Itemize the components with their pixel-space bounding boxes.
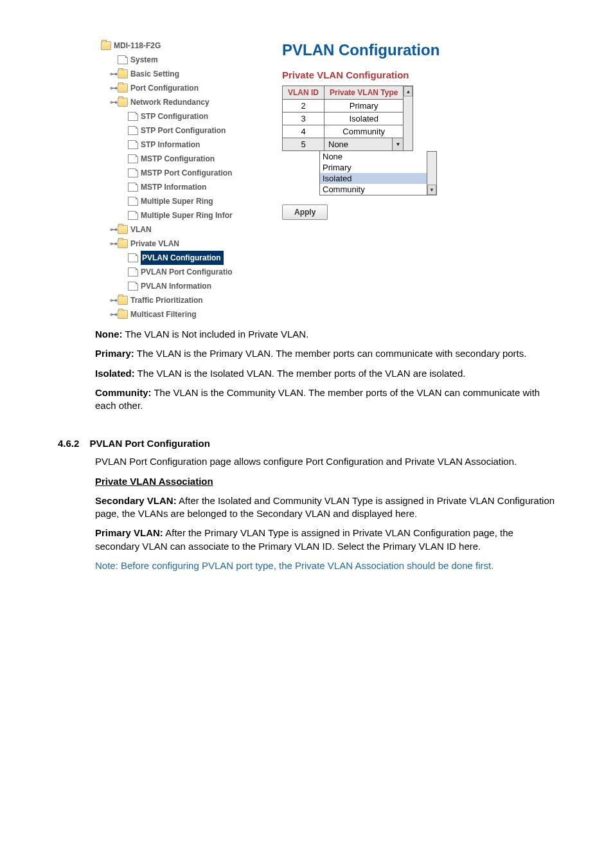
toggle-icon[interactable]: ⊶	[110, 296, 118, 305]
tree-item-multicast-filtering[interactable]: ⊶Multicast Filtering	[101, 307, 274, 321]
folder-icon	[118, 98, 128, 107]
cell-vlan-type: Isolated	[324, 113, 404, 125]
term-primary: Primary:	[95, 348, 134, 359]
tree-label: VLAN	[130, 225, 152, 234]
tree-item-mstp-port-configuration[interactable]: MSTP Port Configuration	[101, 166, 274, 180]
dropdown-option[interactable]: Isolated	[320, 173, 427, 184]
cell-vlan-id: 3	[283, 113, 324, 125]
page-icon	[128, 154, 138, 163]
tree-label: STP Configuration	[141, 112, 208, 121]
tree-item-system[interactable]: System	[101, 53, 274, 67]
folder-icon	[101, 41, 111, 50]
table-row[interactable]: 3 Isolated	[283, 113, 413, 125]
tree-item-pvlan-configuration[interactable]: PVLAN Configuration	[141, 251, 224, 265]
cell-vlan-id: 4	[283, 125, 324, 138]
page-icon	[128, 211, 138, 220]
tree-item-stp-port-configuration[interactable]: STP Port Configuration	[101, 123, 274, 138]
tree-item-port-configuration[interactable]: ⊶Port Configuration	[101, 81, 274, 95]
page-title: PVLAN Configuration	[282, 41, 512, 59]
section-number: 4.6.2	[58, 438, 79, 449]
tree-item-mstp-information[interactable]: MSTP Information	[101, 180, 274, 194]
section-heading: 4.6.2 PVLAN Port Configuration	[58, 438, 555, 449]
cell-vlan-id: 5	[283, 138, 324, 151]
folder-icon	[118, 239, 128, 248]
page-icon	[128, 267, 138, 276]
page-icon	[128, 183, 138, 192]
tree-label: Multicast Filtering	[130, 310, 197, 319]
tree-root[interactable]: MDI-118-F2G	[101, 39, 274, 53]
toggle-icon[interactable]: ⊶	[110, 84, 118, 93]
tree-label: STP Port Configuration	[141, 126, 226, 135]
toggle-icon[interactable]: ⊶	[110, 239, 118, 248]
folder-icon	[118, 84, 128, 93]
table-row[interactable]: 5 None ▼	[283, 138, 413, 151]
tree-label: PVLAN Port Configuratio	[141, 267, 233, 276]
page-icon	[128, 140, 138, 149]
col-header-vlan-id: VLAN ID	[283, 86, 324, 100]
cell-vlan-type: Primary	[324, 100, 404, 113]
section-subtitle: Private VLAN Configuration	[282, 69, 512, 80]
select-value: None	[324, 138, 392, 150]
tree-item-basic-setting[interactable]: ⊶Basic Setting	[101, 67, 274, 81]
toggle-icon[interactable]: ⊶	[110, 310, 118, 319]
toggle-icon[interactable]: ⊶	[110, 225, 118, 234]
note-text: Note: Before configuring PVLAN port type…	[95, 559, 555, 572]
folder-icon	[118, 69, 128, 78]
tree-label: System	[130, 55, 158, 64]
tree-item-stp-configuration[interactable]: STP Configuration	[101, 109, 274, 123]
folder-icon	[118, 310, 128, 319]
tree-label: STP Information	[141, 140, 200, 149]
config-panel: PVLAN Configuration Private VLAN Configu…	[274, 39, 512, 321]
text-none: The VLAN is Not included in Private VLAN…	[123, 329, 309, 339]
term-none: None:	[95, 329, 123, 339]
body-text: None: The VLAN is Not included in Privat…	[58, 328, 555, 412]
table-row[interactable]: 4 Community	[283, 125, 413, 138]
tree-item-pvlan-port-configuration[interactable]: PVLAN Port Configuratio	[101, 265, 274, 279]
tree-root-label: MDI-118-F2G	[114, 41, 161, 50]
dropdown-option[interactable]: None	[320, 151, 427, 162]
tree-item-vlan[interactable]: ⊶VLAN	[101, 222, 274, 237]
tree-label: Port Configuration	[130, 84, 199, 93]
page-icon	[128, 168, 138, 177]
term-primary-vlan: Primary VLAN:	[95, 527, 163, 538]
vlan-type-dropdown[interactable]: None Primary Isolated Community	[319, 151, 427, 195]
tree-item-pvlan-information[interactable]: PVLAN Information	[101, 279, 274, 293]
tree-label: Traffic Prioritization	[130, 296, 203, 305]
dropdown-option[interactable]: Community	[320, 184, 427, 195]
dropdown-option[interactable]: Primary	[320, 162, 427, 173]
scroll-down-button[interactable]: ▼	[427, 185, 436, 195]
page-icon	[128, 197, 138, 206]
folder-icon	[118, 225, 128, 234]
tree-item-multiple-super-ring-info[interactable]: Multiple Super Ring Infor	[101, 208, 274, 222]
cell-vlan-id: 2	[283, 100, 324, 113]
section-title: PVLAN Port Configuration	[89, 438, 210, 449]
cell-vlan-type: Community	[324, 125, 404, 138]
text-isolated: The VLAN is the Isolated VLAN. The membe…	[135, 368, 466, 379]
tree-label: PVLAN Configuration	[142, 253, 221, 262]
toggle-icon[interactable]: ⊶	[110, 98, 118, 107]
toggle-icon[interactable]: ⊶	[110, 69, 118, 78]
tree-item-private-vlan[interactable]: ⊶Private VLAN	[101, 237, 274, 251]
chevron-down-icon: ▼	[392, 138, 403, 150]
tree-label: MSTP Port Configuration	[141, 168, 232, 177]
col-header-type: Private VLAN Type	[324, 86, 404, 100]
tree-item-multiple-super-ring[interactable]: Multiple Super Ring	[101, 194, 274, 208]
folder-icon	[118, 296, 128, 305]
pvlan-table: VLAN ID Private VLAN Type ▲ 2 Primary 3 …	[282, 86, 413, 151]
tree-label: Multiple Super Ring Infor	[141, 211, 233, 220]
term-isolated: Isolated:	[95, 368, 135, 379]
apply-button[interactable]: Apply	[282, 204, 328, 220]
tree-label: Network Redundancy	[130, 98, 209, 107]
tree-item-traffic-prioritization[interactable]: ⊶Traffic Prioritization	[101, 293, 274, 307]
vlan-type-select[interactable]: None ▼	[324, 138, 403, 150]
scroll-up-button[interactable]: ▲	[404, 86, 413, 96]
tree-item-stp-information[interactable]: STP Information	[101, 138, 274, 152]
app-screenshot: MDI-118-F2G System ⊶Basic Setting ⊶Port …	[101, 39, 512, 321]
tree-item-mstp-configuration[interactable]: MSTP Configuration	[101, 152, 274, 166]
page-icon	[128, 253, 138, 262]
tree-item-network-redundancy[interactable]: ⊶Network Redundancy	[101, 95, 274, 109]
text-primary: The VLAN is the Primary VLAN. The member…	[134, 348, 527, 359]
nav-tree: MDI-118-F2G System ⊶Basic Setting ⊶Port …	[101, 39, 274, 321]
tree-label: MSTP Information	[141, 183, 206, 192]
table-row[interactable]: 2 Primary	[283, 100, 413, 113]
